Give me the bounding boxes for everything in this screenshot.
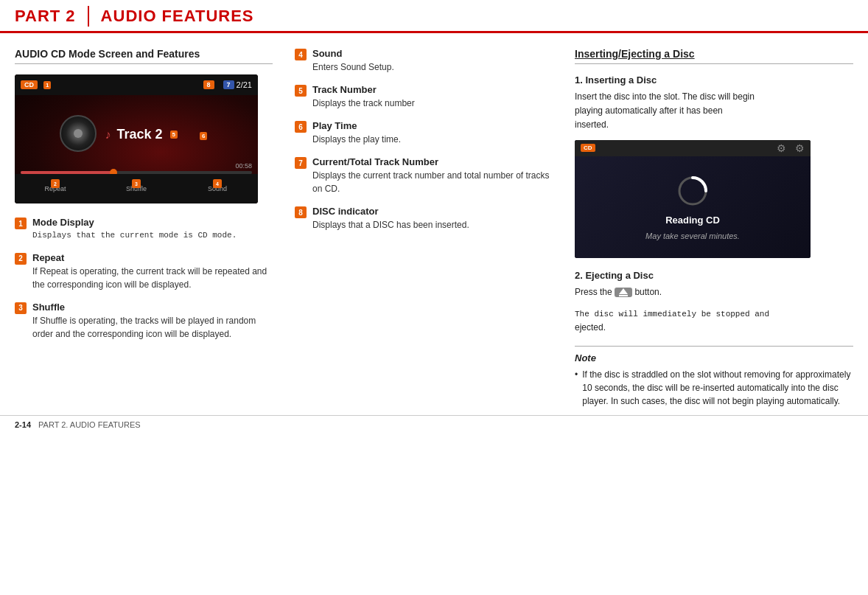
music-note-icon: ♪: [105, 128, 111, 142]
feature-1: 1 Mode Display Displays that the current…: [15, 217, 273, 242]
sound-btn[interactable]: 4 Sound: [177, 185, 258, 192]
ejecting-desc3: The disc will immediately be stopped and…: [575, 307, 853, 335]
feature-4-num: 4: [295, 49, 307, 60]
feature-8-num: 8: [295, 206, 307, 218]
shuffle-btn[interactable]: 3 Shuffle: [96, 185, 177, 192]
feature-2-title: Repeat: [32, 252, 273, 263]
feature-8: 8 DISC indicator Displays that a DISC ha…: [295, 206, 553, 232]
feature-4: 4 Sound Enters Sound Setup.: [295, 48, 553, 74]
feature-1-num: 1: [15, 218, 27, 229]
feature-7-content: Current/Total Track Number Displays the …: [312, 156, 553, 195]
reading-text: Reading CD: [665, 215, 720, 226]
inserting-desc2: playing automatically after it has been: [575, 105, 723, 116]
feature-3: 3 Shuffle If Shuffle is operating, the t…: [15, 302, 273, 341]
track-label: ♪ Track 2 5: [105, 127, 184, 142]
feature-2-desc: If Repeat is operating, the current trac…: [32, 265, 273, 291]
spinner-icon: [675, 173, 710, 209]
footer-label: PART 2. AUDIO FEATURES: [38, 420, 141, 429]
feature-5-content: Track Number Displays the track number: [312, 84, 415, 110]
feature-7-desc: Displays the current track number and to…: [312, 169, 553, 195]
main-content: AUDIO CD Mode Screen and Features CD 1 8…: [0, 33, 868, 415]
badge-num1: 1: [43, 81, 51, 89]
feature-5-num: 5: [295, 85, 307, 97]
page-footer: 2-14 PART 2. AUDIO FEATURES: [0, 415, 868, 434]
note-bullet: •: [575, 368, 578, 408]
track-text: Track 2: [117, 127, 163, 142]
progress-time: 00:58: [21, 162, 252, 170]
header-part: PART 2: [15, 7, 76, 26]
settings-icon: ⚙: [777, 142, 786, 154]
feature-5-title: Track Number: [312, 84, 415, 95]
feature-2: 2 Repeat If Repeat is operating, the cur…: [15, 252, 273, 291]
badge-num8: 8: [203, 80, 214, 89]
note-item: • If the disc is straddled on the slot w…: [575, 368, 853, 408]
feature-6: 6 Play Time Displays the play time.: [295, 120, 553, 146]
feature-4-title: Sound: [312, 48, 394, 59]
feature-3-num: 3: [15, 302, 27, 314]
feature-6-title: Play Time: [312, 120, 401, 131]
feature-6-content: Play Time Displays the play time.: [312, 120, 401, 146]
settings-icon2: ⚙: [795, 142, 805, 154]
feature-1-desc: Displays that the current mode is CD mod…: [32, 229, 237, 242]
disc-icon: [60, 115, 97, 152]
cd-nav-bar: 2 Repeat 3 Shuffle 4 Sound: [15, 174, 258, 203]
note-text: If the disc is straddled on the slot wit…: [582, 368, 853, 408]
repeat-badge: 2: [51, 179, 60, 188]
feature-2-num: 2: [15, 253, 27, 265]
right-section-title: Inserting/Ejecting a Disc: [575, 48, 853, 64]
page-header: PART 2 AUDIO FEATURES: [0, 0, 868, 33]
track-badge-5: 5: [170, 131, 178, 139]
disc-inner: [74, 129, 83, 138]
reading-cd-label: CD: [581, 144, 595, 152]
ejecting-desc4: ejected.: [575, 322, 606, 333]
feature-4-desc: Enters Sound Setup.: [312, 60, 394, 74]
ejecting-desc: Press the button.: [575, 285, 853, 299]
reading-cd-top: CD ⚙ ⚙: [575, 140, 811, 156]
progress-area: 00:58: [21, 162, 252, 174]
badge-num7: 7: [223, 80, 234, 89]
ejecting-title: 2. Ejecting a Disc: [575, 270, 853, 281]
inserting-title: 1. Inserting a Disc: [575, 74, 853, 86]
reading-cd-screen: CD ⚙ ⚙ Reading CD May take several minut…: [575, 140, 811, 258]
ejecting-desc2: button.: [634, 287, 662, 297]
inserting-desc1: Insert the disc into the slot. The disc …: [575, 91, 755, 102]
sound-badge: 4: [213, 179, 222, 188]
reading-cd-content: Reading CD May take several minutes.: [575, 156, 811, 258]
shuffle-badge: 3: [132, 179, 141, 188]
feature-8-title: DISC indicator: [312, 206, 469, 217]
middle-column: 4 Sound Enters Sound Setup. 5 Track Numb…: [287, 48, 560, 408]
feature-7: 7 Current/Total Track Number Displays th…: [295, 156, 553, 195]
feature-6-desc: Displays the play time.: [312, 133, 401, 146]
feature-1-content: Mode Display Displays that the current m…: [32, 217, 237, 242]
inserting-desc: Insert the disc into the slot. The disc …: [575, 90, 853, 133]
feature-3-desc: If Shuffle is operating, the tracks will…: [32, 314, 273, 341]
feature-2-content: Repeat If Repeat is operating, the curre…: [32, 252, 273, 291]
ejecting-desc1: Press the: [575, 287, 612, 297]
feature-8-desc: Displays that a DISC has been inserted.: [312, 218, 469, 232]
feature-6-num: 6: [295, 121, 307, 133]
track-badge-6: 6: [200, 132, 207, 140]
cd-badge: CD: [21, 80, 38, 89]
note-title: Note: [575, 352, 853, 363]
feature-4-content: Sound Enters Sound Setup.: [312, 48, 394, 74]
cd-screen: CD 1 8 7 2/21 ♪: [15, 74, 258, 203]
left-column: AUDIO CD Mode Screen and Features CD 1 8…: [15, 48, 287, 408]
inserting-desc3: inserted.: [575, 119, 609, 130]
header-divider: [88, 6, 89, 27]
repeat-btn[interactable]: 2 Repeat: [15, 185, 96, 192]
feature-5-desc: Displays the track number: [312, 97, 415, 110]
header-title: AUDIO FEATURES: [101, 7, 254, 26]
eject-button-icon: [615, 288, 632, 297]
feature-3-title: Shuffle: [32, 302, 273, 313]
cd-top-bar: CD 1 8 7 2/21: [15, 74, 258, 95]
feature-5: 5 Track Number Displays the track number: [295, 84, 553, 110]
note-section: Note • If the disc is straddled on the s…: [575, 346, 853, 408]
left-section-title: AUDIO CD Mode Screen and Features: [15, 48, 273, 64]
reading-subtext: May take several minutes.: [645, 232, 740, 240]
track-num-text: 2/21: [237, 80, 252, 89]
cd-nav-buttons: 2 Repeat 3 Shuffle 4 Sound: [15, 185, 258, 192]
feature-1-title: Mode Display: [32, 217, 237, 228]
right-column: Inserting/Ejecting a Disc 1. Inserting a…: [560, 48, 853, 408]
feature-8-content: DISC indicator Displays that a DISC has …: [312, 206, 469, 232]
feature-3-content: Shuffle If Shuffle is operating, the tra…: [32, 302, 273, 341]
